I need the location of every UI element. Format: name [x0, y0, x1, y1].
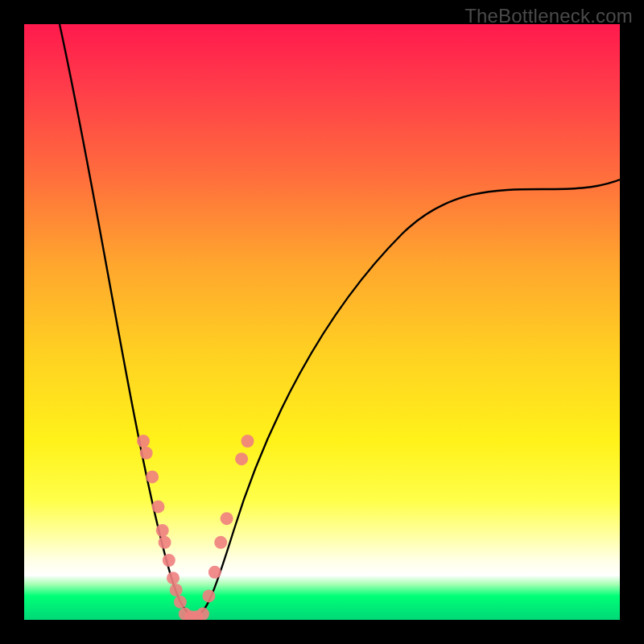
marker-point	[152, 500, 165, 513]
marker-point	[214, 536, 227, 549]
marker-point	[174, 596, 187, 609]
marker-point	[156, 524, 169, 537]
chart-frame: TheBottleneck.com	[0, 0, 644, 644]
curve-path	[60, 24, 620, 617]
marker-point	[196, 608, 209, 620]
marker-point	[242, 435, 254, 448]
bottleneck-curve	[24, 24, 620, 620]
marker-point	[137, 435, 150, 448]
marker-point	[140, 447, 153, 460]
marker-point	[221, 512, 233, 525]
marker-point	[159, 536, 171, 549]
marker-point	[202, 589, 215, 602]
marker-point	[163, 554, 175, 567]
marker-point	[167, 572, 180, 584]
marker-point	[170, 584, 183, 597]
marker-point	[235, 452, 248, 465]
marker-point	[208, 566, 221, 579]
marker-group	[137, 435, 254, 620]
plot-area	[24, 24, 620, 620]
marker-point	[146, 470, 159, 483]
